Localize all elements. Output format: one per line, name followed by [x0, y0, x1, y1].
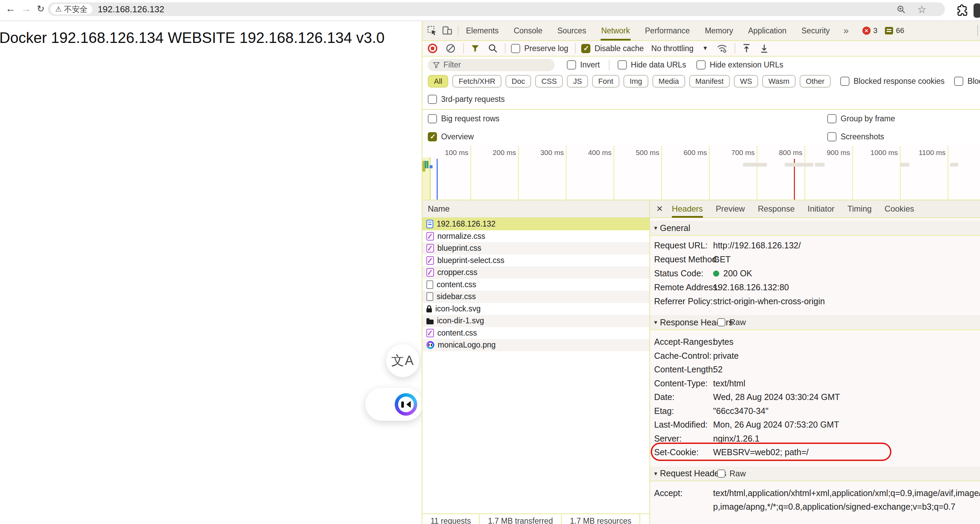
error-badge[interactable]: ✕ 3	[862, 26, 877, 35]
chip-css[interactable]: CSS	[535, 75, 563, 87]
tab-console[interactable]: Console	[513, 21, 543, 41]
network-conditions-icon[interactable]	[716, 43, 728, 54]
record-network-log-button[interactable]	[428, 44, 438, 53]
network-toolbar: Preserve log Disable cache No throttling…	[422, 41, 980, 57]
blocked-response-cookies-checkbox[interactable]: Blocked response cookies	[840, 77, 945, 86]
back-button[interactable]: ←	[5, 3, 16, 14]
filter-input-wrap[interactable]	[428, 59, 555, 71]
tab-response[interactable]: Response	[758, 200, 795, 218]
search-icon[interactable]	[487, 43, 499, 54]
chip-js[interactable]: JS	[567, 75, 588, 87]
chip-fetch-xhr[interactable]: Fetch/XHR	[452, 75, 501, 87]
header-row: Request URL: http://192.168.126.132/	[650, 238, 980, 252]
timeline-gray-bar	[900, 163, 910, 167]
chip-font[interactable]: Font	[592, 75, 619, 87]
reload-button[interactable]: ↻	[37, 3, 45, 14]
zoom-icon[interactable]	[896, 4, 907, 15]
import-har-icon[interactable]	[741, 43, 752, 54]
tab-initiator[interactable]: Initiator	[808, 200, 834, 218]
header-row: Accept-Ranges: bytes	[650, 335, 980, 349]
third-party-requests-checkbox[interactable]: 3rd-party requests	[428, 95, 505, 104]
filter-toggle-icon[interactable]	[469, 43, 481, 54]
general-body: Request URL: http://192.168.126.132/ Req…	[650, 236, 980, 313]
tab-preview[interactable]: Preview	[716, 200, 745, 218]
profile-avatar-clipped[interactable]	[974, 3, 980, 18]
section-response-headers[interactable]: ▾ Response Headers Raw	[650, 315, 980, 330]
request-row[interactable]: monicaLogo.png	[422, 339, 649, 351]
filter-input[interactable]	[444, 60, 532, 70]
tab-application[interactable]: Application	[748, 21, 788, 41]
request-raw-checkbox[interactable]: Raw	[717, 469, 746, 478]
request-row[interactable]: normalize.css	[422, 230, 649, 243]
request-row[interactable]: sidebar.css	[422, 291, 649, 303]
tab-cookies[interactable]: Cookies	[885, 200, 914, 218]
tab-memory[interactable]: Memory	[704, 21, 734, 41]
tabbar-divider	[977, 25, 978, 37]
forward-button[interactable]: →	[21, 3, 31, 14]
section-general[interactable]: ▾ General	[650, 221, 980, 236]
network-main-area: Name 192.168.126.132 normalize.css bluep…	[422, 200, 980, 524]
monica-logo-icon	[395, 393, 417, 416]
tab-timing[interactable]: Timing	[847, 200, 872, 218]
tab-sources[interactable]: Sources	[557, 21, 587, 41]
extensions-icon[interactable]	[956, 4, 969, 16]
bookmark-star-icon[interactable]: ☆	[917, 3, 926, 15]
transferred-size: 1.7 MB transferred	[480, 514, 561, 524]
page-content: Docker 192.168.126.134 WEBSITE 192.168.1…	[0, 21, 422, 524]
tab-headers[interactable]: Headers	[672, 200, 703, 218]
close-icon[interactable]: ✕	[656, 204, 663, 214]
tab-elements[interactable]: Elements	[465, 21, 500, 41]
big-request-rows-checkbox[interactable]: Big request rows	[428, 114, 500, 123]
tab-performance[interactable]: Performance	[644, 21, 690, 41]
chip-doc[interactable]: Doc	[506, 75, 531, 87]
export-har-icon[interactable]	[759, 43, 770, 54]
section-request-headers[interactable]: ▾ Request Headers Raw	[650, 467, 980, 481]
request-row[interactable]: 192.168.126.132	[422, 218, 649, 230]
timeline-tick: 500 ms	[636, 149, 659, 157]
request-row[interactable]: content.css	[422, 279, 649, 291]
overview-checkbox[interactable]: Overview	[428, 132, 474, 141]
request-row[interactable]: blueprint.css	[422, 242, 649, 254]
timeline-tick: 900 ms	[827, 149, 850, 157]
chip-manifest[interactable]: Manifest	[689, 75, 730, 87]
invert-checkbox[interactable]: Invert	[567, 60, 600, 70]
address-bar[interactable]: ⚠ 不安全 192.168.126.132 ☆	[48, 2, 945, 16]
hide-extension-urls-checkbox[interactable]: Hide extension URLs	[697, 60, 783, 70]
chip-all[interactable]: All	[428, 75, 448, 87]
request-row[interactable]: icon-lock.svg	[422, 303, 649, 315]
request-row[interactable]: icon-dir-1.svg	[422, 315, 649, 327]
request-row[interactable]: cropper.css	[422, 267, 649, 279]
clear-network-log-icon[interactable]	[445, 43, 457, 54]
request-headers-body: Accept: text/html,application/xhtml+xml,…	[650, 481, 980, 518]
hide-data-urls-checkbox[interactable]: Hide data URLs	[618, 60, 686, 70]
response-raw-checkbox[interactable]: Raw	[717, 318, 746, 327]
disable-cache-checkbox[interactable]: Disable cache	[581, 44, 644, 53]
header-row: Date: Wed, 28 Aug 2024 03:30:24 GMT	[650, 390, 980, 404]
chip-media[interactable]: Media	[652, 75, 685, 87]
translate-button[interactable]: 文A	[386, 344, 419, 377]
request-row[interactable]: blueprint-select.css	[422, 254, 649, 267]
more-tabs-icon[interactable]: »	[843, 25, 849, 36]
monica-assistant-button[interactable]	[366, 388, 423, 421]
request-row[interactable]: content.css	[422, 327, 649, 339]
header-row: Referrer Policy: strict-origin-when-cros…	[650, 294, 980, 308]
chip-ws[interactable]: WS	[734, 75, 758, 87]
security-chip[interactable]: ⚠ 不安全	[51, 4, 92, 14]
group-by-frame-checkbox[interactable]: Group by frame	[827, 114, 895, 123]
chip-other[interactable]: Other	[800, 75, 831, 87]
chip-wasm[interactable]: Wasm	[762, 75, 795, 87]
chip-img[interactable]: Img	[624, 75, 648, 87]
inspect-element-icon[interactable]	[426, 25, 438, 37]
requests-column-header[interactable]: Name	[422, 200, 649, 218]
tab-security[interactable]: Security	[801, 21, 830, 41]
issues-badge[interactable]: 66	[885, 26, 904, 35]
tab-network[interactable]: Network	[601, 21, 631, 41]
device-toolbar-icon[interactable]	[441, 25, 453, 37]
timeline-gray-bar	[950, 163, 958, 167]
blocked-requests-checkbox[interactable]: Blocked requests	[954, 77, 980, 86]
screenshots-checkbox[interactable]: Screenshots	[827, 132, 884, 141]
throttling-dropdown[interactable]: No throttling ▼	[651, 44, 708, 53]
preserve-log-checkbox[interactable]: Preserve log	[511, 44, 568, 53]
timeline-tick: 200 ms	[493, 149, 516, 157]
network-overview-timeline[interactable]: 100 ms 200 ms 300 ms 400 ms 500 ms 600 m…	[422, 146, 980, 200]
